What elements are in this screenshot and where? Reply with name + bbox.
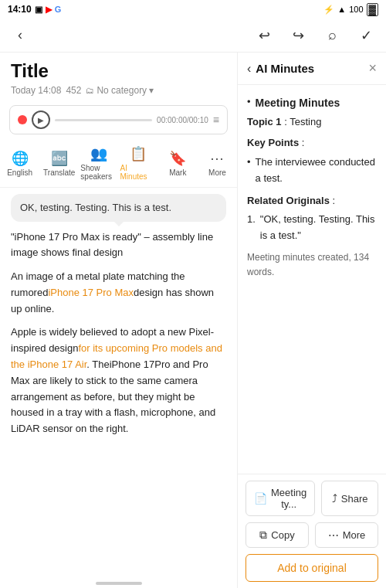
battery-icon: ▓ [367,3,378,16]
note-header: Title Today 14:08 452 🗂 No category ▾ [0,53,237,100]
meeting-type-icon: 📄 [254,492,267,505]
speakers-icon: 👥 [90,145,107,162]
meeting-type-label: Meeting ty... [271,487,306,510]
toolbar-btn-speakers[interactable]: 👥 Show speakers [79,142,118,184]
search-button[interactable]: ⌕ [321,25,343,46]
meta-text: Meeting minutes created, 134 words. [247,250,377,280]
audio-progress-bar[interactable] [55,119,152,121]
note-meta: Today 14:08 452 🗂 No category ▾ [11,85,226,96]
category-badge[interactable]: 🗂 No category ▾ [86,85,154,96]
related-originals-label: Related Originals [247,195,330,206]
ai-footer-row1: 📄 Meeting ty... ⤴ Share [245,481,378,516]
time-display: 14:10 [8,4,32,15]
ai-footer: 📄 Meeting ty... ⤴ Share ⧉ Copy ⋯ More A [238,474,386,588]
note-content: OK, testing. Testing. This is a test. "i… [0,188,237,579]
related-text-1: "OK, testing. Testing. This is a test." [260,212,377,244]
more-label: More [208,168,226,177]
google-icon: G [55,5,62,14]
add-to-original-button[interactable]: Add to original [245,554,378,582]
ai-panel: ‹ AI Minutes × Meeting Minutes Topic 1 :… [238,53,386,588]
more-icon: ⋯ [210,150,224,167]
more-dots-icon: ⋯ [328,529,339,542]
back-button[interactable]: ‹ [9,25,31,46]
data-icon: ▣ [35,5,42,15]
note-panel: Title Today 14:08 452 🗂 No category ▾ ▶ … [0,53,238,588]
youtube-icon: ▶ [46,5,52,15]
ai-panel-header: ‹ AI Minutes × [238,53,386,85]
toolbar-btn-more[interactable]: ⋯ More [198,147,237,180]
iphone-link[interactable]: iPhone 17 Pro Max [48,287,134,298]
record-indicator [18,115,27,124]
meeting-minutes-label: Meeting Minutes [256,94,340,111]
translate-icon: 🔤 [51,150,68,167]
toolbar-right: ↩ ↪ ⌕ ✓ [253,25,377,46]
copy-button[interactable]: ⧉ Copy [245,522,309,548]
copy-icon: ⧉ [259,529,267,542]
mark-icon: 🔖 [169,150,186,167]
mark-label: Mark [169,168,186,177]
share-label: Share [341,493,368,505]
note-heading: "iPhone 17 Pro Max is ready" – assembly … [11,229,226,262]
toolbar-left: ‹ [9,25,31,46]
scroll-indicator [0,579,237,588]
note-body: "iPhone 17 Pro Max is ready" – assembly … [11,229,226,438]
folder-icon: 🗂 [86,86,94,95]
topic-row: Topic 1 : Testing [247,114,377,131]
audio-player: ▶ 00:00:00/00:10 ≡ [9,105,228,134]
share-button[interactable]: ⤴ Share [321,481,378,516]
topic-value: Testing [290,116,321,127]
related-original-1: 1. "OK, testing. Testing. This is a test… [247,212,377,244]
scroll-bar [96,582,142,585]
check-button[interactable]: ✓ [355,25,377,46]
key-point-1-text: The interviewee conducted a test. [256,155,377,187]
ai-panel-title: AI Minutes [256,62,314,75]
topic-label: Topic 1 [247,116,282,127]
ai-back-button[interactable]: ‹ [247,62,251,76]
related-originals-colon: : [333,195,336,206]
status-left: 14:10 ▣ ▶ G [8,4,61,15]
list-icon[interactable]: ≡ [213,114,219,126]
note-title: Title [11,60,226,82]
note-wordcount: 452 [66,85,81,96]
chevron-down-icon: ▾ [149,85,154,96]
speakers-label: Show speakers [80,164,117,181]
wifi-icon: ▲ [337,5,346,14]
ai-content: Meeting Minutes Topic 1 : Testing Key Po… [238,85,386,474]
charging-icon: ⚡ [323,5,334,15]
play-button[interactable]: ▶ [32,110,50,129]
english-label: English [7,168,32,177]
main-layout: Title Today 14:08 452 🗂 No category ▾ ▶ … [0,53,386,588]
related-originals-header: Related Originals : [247,193,377,209]
note-paragraph-1: An image of a metal plate matching the r… [11,269,226,317]
ai-close-button[interactable]: × [368,60,377,76]
redo-button[interactable]: ↪ [287,25,309,46]
note-date: Today 14:08 [11,85,61,96]
aiminutes-label: AI Minutes [120,164,157,181]
toolbar-btn-english[interactable]: 🌐 English [0,147,39,180]
battery-display: 100 [349,5,363,14]
key-points-label: Key Points [247,137,299,148]
globe-icon: 🌐 [12,150,29,167]
upcoming-models-link[interactable]: for its upcoming Pro models and the iPho… [11,342,222,370]
aiminutes-icon: 📋 [130,145,147,162]
translate-label: Translate [43,168,75,177]
related-num-1: 1. [247,212,256,244]
meeting-type-button[interactable]: 📄 Meeting ty... [245,481,315,516]
share-icon: ⤴ [332,492,337,505]
toolbar-btn-translate[interactable]: 🔤 Translate [39,147,79,180]
more-options-button[interactable]: ⋯ More [315,522,378,548]
ai-header-left: ‹ AI Minutes [247,62,314,76]
toolbar-btn-aiminutes[interactable]: 📋 AI Minutes [119,142,158,184]
meeting-minutes-title: Meeting Minutes [247,94,377,111]
audio-time: 00:00:00/00:10 [157,116,208,124]
category-label: No category [96,85,147,96]
key-point-1: The interviewee conducted a test. [247,155,377,187]
copy-label: Copy [271,529,294,541]
undo-button[interactable]: ↩ [253,25,275,46]
top-toolbar: ‹ ↩ ↪ ⌕ ✓ [0,19,386,53]
key-points-colon: : [302,137,305,148]
ai-footer-row2: ⧉ Copy ⋯ More [245,522,378,548]
toolbar-btn-mark[interactable]: 🔖 Mark [158,147,198,180]
speech-bubble: OK, testing. Testing. This is a test. [11,194,226,222]
note-paragraph-2: Apple is widely believed to adopt a new … [11,325,226,437]
